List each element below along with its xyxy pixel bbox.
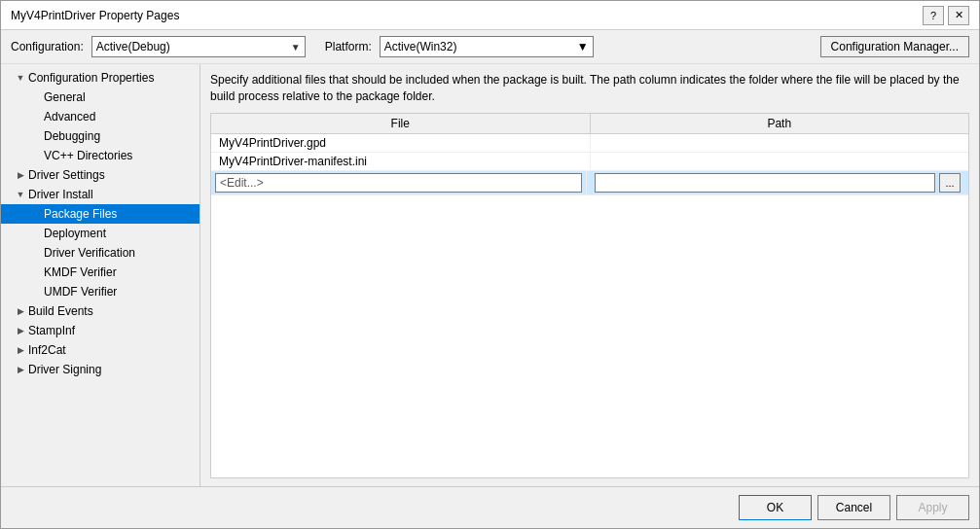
column-header-path: Path (591, 114, 969, 133)
cell-path (591, 153, 969, 170)
expand-icon: ▼ (13, 190, 28, 199)
sidebar-item-label: Build Events (28, 304, 93, 318)
sidebar-item-umdf-verifier[interactable]: UMDF Verifier (1, 282, 200, 301)
sidebar-item-label: Deployment (44, 227, 106, 240)
table-row[interactable]: MyV4PrintDriver-manifest.ini (211, 153, 968, 171)
sidebar-item-driver-install[interactable]: ▼ Driver Install (1, 185, 200, 204)
expand-icon: ▶ (13, 365, 28, 374)
config-dropdown[interactable]: Active(Debug) ▼ (91, 36, 306, 57)
sidebar-item-label: Driver Install (28, 188, 93, 201)
sidebar-item-stampinf[interactable]: ▶ StampInf (1, 321, 200, 340)
sidebar-item-kmdf-verifier[interactable]: KMDF Verifier (1, 263, 200, 282)
sidebar-item-vc-directories[interactable]: VC++ Directories (1, 146, 200, 165)
expand-icon: ▶ (13, 306, 28, 316)
cell-file: MyV4PrintDriver.gpd (211, 134, 591, 152)
table-row[interactable]: MyV4PrintDriver.gpd (211, 134, 968, 153)
config-value: Active(Debug) (96, 40, 170, 53)
config-label: Configuration: (11, 40, 84, 53)
edit-path-input[interactable] (595, 173, 936, 193)
sidebar-item-label: Package Files (44, 207, 117, 221)
sidebar-item-inf2cat[interactable]: ▶ Inf2Cat (1, 340, 200, 360)
table-row-edit[interactable]: ... (211, 171, 968, 195)
platform-dropdown-arrow: ▼ (577, 40, 589, 53)
edit-path-cell: ... (587, 171, 969, 194)
config-dropdown-arrow: ▼ (291, 42, 301, 53)
expand-icon: ▼ (13, 73, 28, 83)
title-bar-controls: ? ✕ (923, 6, 969, 25)
sidebar-item-label: Driver Verification (44, 246, 135, 260)
platform-label: Platform: (325, 40, 372, 53)
platform-dropdown[interactable]: Active(Win32) ▼ (380, 36, 594, 57)
expand-icon: ▶ (13, 345, 28, 355)
cell-file: MyV4PrintDriver-manifest.ini (211, 153, 591, 170)
sidebar-item-driver-settings[interactable]: ▶ Driver Settings (1, 165, 200, 185)
sidebar: ▼ Configuration Properties General Advan… (1, 64, 200, 486)
dialog: MyV4PrintDriver Property Pages ? ✕ Confi… (0, 0, 980, 529)
table-body: MyV4PrintDriver.gpd MyV4PrintDriver-mani… (211, 134, 968, 477)
expand-icon: ▶ (13, 326, 28, 335)
content-area: Specify additional files that should be … (200, 64, 979, 486)
sidebar-item-label: UMDF Verifier (44, 285, 117, 299)
config-row: Configuration: Active(Debug) ▼ Platform:… (1, 30, 979, 64)
cell-path (591, 134, 969, 152)
sidebar-item-debugging[interactable]: Debugging (1, 126, 200, 146)
sidebar-item-package-files[interactable]: Package Files (1, 204, 200, 224)
sidebar-item-label: Configuration Properties (28, 71, 154, 85)
sidebar-item-label: Driver Settings (28, 168, 105, 182)
dialog-title: MyV4PrintDriver Property Pages (11, 9, 179, 22)
close-button[interactable]: ✕ (948, 6, 969, 25)
sidebar-item-label: General (44, 90, 86, 104)
sidebar-item-deployment[interactable]: Deployment (1, 224, 200, 243)
cancel-button[interactable]: Cancel (817, 495, 890, 520)
sidebar-item-general[interactable]: General (1, 88, 200, 107)
platform-value: Active(Win32) (384, 40, 457, 53)
sidebar-item-label: StampInf (28, 324, 75, 337)
config-manager-button[interactable]: Configuration Manager... (820, 36, 969, 57)
sidebar-item-advanced[interactable]: Advanced (1, 107, 200, 126)
file-table: File Path MyV4PrintDriver.gpd MyV4PrintD… (210, 113, 969, 478)
table-header: File Path (211, 114, 968, 134)
sidebar-item-driver-verification[interactable]: Driver Verification (1, 243, 200, 263)
sidebar-item-label: Driver Signing (28, 363, 101, 376)
column-header-file: File (211, 114, 591, 133)
main-content: ▼ Configuration Properties General Advan… (1, 64, 979, 486)
sidebar-item-build-events[interactable]: ▶ Build Events (1, 301, 200, 321)
title-bar: MyV4PrintDriver Property Pages ? ✕ (1, 1, 979, 30)
sidebar-item-label: VC++ Directories (44, 149, 132, 162)
sidebar-item-driver-signing[interactable]: ▶ Driver Signing (1, 360, 200, 379)
expand-icon: ▶ (13, 170, 28, 180)
edit-file-cell (211, 171, 587, 194)
browse-button[interactable]: ... (939, 173, 961, 193)
apply-button[interactable]: Apply (896, 495, 969, 520)
sidebar-item-label: Debugging (44, 129, 100, 143)
ok-button[interactable]: OK (739, 495, 812, 520)
sidebar-item-label: Advanced (44, 110, 95, 123)
description-text: Specify additional files that should be … (210, 72, 969, 105)
help-button[interactable]: ? (923, 6, 944, 25)
bottom-buttons: OK Cancel Apply (1, 486, 979, 528)
sidebar-item-config-props[interactable]: ▼ Configuration Properties (1, 68, 200, 88)
sidebar-item-label: KMDF Verifier (44, 265, 117, 279)
sidebar-item-label: Inf2Cat (28, 343, 66, 357)
edit-file-input[interactable] (215, 173, 582, 193)
